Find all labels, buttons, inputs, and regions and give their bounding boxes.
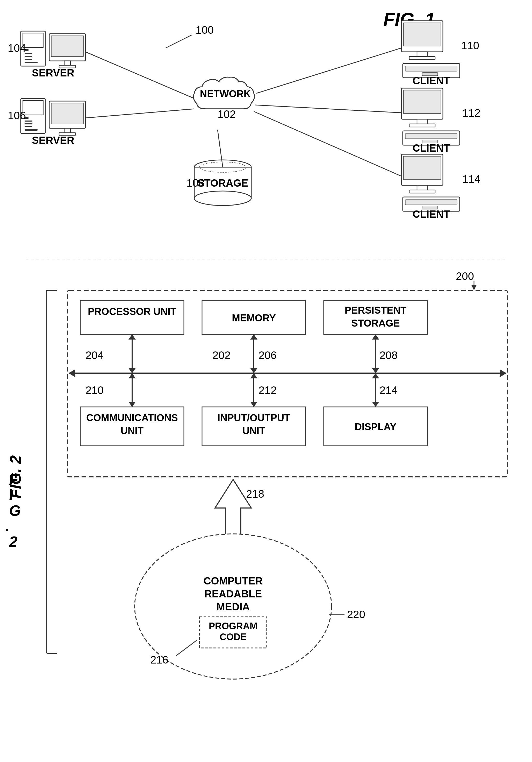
client1-group: CLIENT 110 [401, 21, 479, 86]
svg-text:CLIENT: CLIENT [413, 75, 450, 86]
svg-rect-45 [404, 90, 441, 114]
io-unit-label2: UNIT [242, 425, 265, 436]
media-label3: MEDIA [217, 601, 250, 612]
svg-line-67 [254, 112, 401, 176]
svg-text:I: I [9, 487, 14, 503]
ref-218: 218 [246, 488, 264, 500]
svg-rect-24 [51, 103, 83, 124]
svg-line-63 [86, 109, 194, 118]
ref-212: 212 [258, 384, 277, 396]
svg-text:2: 2 [9, 533, 17, 550]
server1-group: SERVER 104 [8, 31, 86, 79]
svg-text:106: 106 [8, 110, 26, 121]
svg-rect-21 [25, 126, 33, 127]
svg-text:.: . [5, 518, 9, 534]
svg-rect-20 [25, 123, 33, 124]
processor-unit-box [80, 301, 184, 334]
svg-text:NETWORK: NETWORK [200, 88, 251, 99]
svg-rect-22 [25, 129, 37, 131]
client3-group: CLIENT 114 [401, 154, 481, 220]
svg-rect-36 [404, 23, 441, 46]
ref-100: 100 [196, 24, 214, 36]
ref-214: 214 [379, 384, 398, 396]
svg-text:CLIENT: CLIENT [413, 208, 450, 220]
media-label1: COMPUTER [204, 575, 263, 586]
program-code-label2: CODE [220, 632, 246, 642]
ref-216: 216 [150, 654, 168, 666]
media-label2: READABLE [204, 588, 262, 599]
svg-text:SERVER: SERVER [32, 134, 74, 146]
svg-line-62 [86, 52, 194, 99]
memory-label: MEMORY [232, 313, 276, 324]
ref-202-top: 202 [212, 349, 231, 361]
svg-rect-56 [409, 190, 435, 193]
svg-rect-7 [25, 56, 33, 57]
svg-text:STORAGE: STORAGE [197, 177, 248, 189]
ref-210: 210 [86, 384, 103, 396]
program-code-label1: PROGRAM [209, 621, 257, 631]
page: FIG. 1 100 NETWORK 102 [0, 0, 532, 762]
svg-text:102: 102 [218, 108, 236, 120]
svg-rect-8 [25, 59, 33, 60]
svg-text:108: 108 [186, 177, 205, 189]
ref-208: 208 [379, 349, 398, 361]
svg-text:SERVER: SERVER [32, 67, 74, 79]
processor-unit-label: PROCESSOR UNIT [88, 306, 176, 317]
svg-rect-49 [405, 133, 457, 139]
display-label: DISPLAY [355, 421, 396, 432]
svg-text:112: 112 [462, 107, 481, 119]
server2-group: SERVER 106 [8, 99, 86, 146]
storage-group: STORAGE 108 [186, 160, 251, 205]
ref-206: 206 [258, 349, 277, 361]
svg-text:114: 114 [462, 173, 481, 185]
svg-rect-54 [404, 156, 441, 180]
ref-220: 220 [347, 608, 365, 621]
fig2-label-text: F [9, 471, 19, 488]
svg-point-31 [194, 191, 251, 205]
svg-text:G: G [9, 502, 21, 519]
ref-200: 200 [456, 270, 474, 282]
io-unit-label1: INPUT/OUTPUT [218, 412, 290, 423]
ref-204: 204 [86, 349, 103, 361]
svg-text:CLIENT: CLIENT [413, 142, 450, 154]
network-cloud: NETWORK 102 [193, 77, 255, 120]
svg-line-65 [256, 48, 401, 93]
svg-rect-11 [51, 36, 83, 56]
svg-rect-58 [405, 199, 457, 205]
svg-text:110: 110 [461, 39, 479, 51]
svg-marker-77 [471, 285, 477, 290]
client2-group: CLIENT 112 [401, 88, 481, 154]
persistent-storage-label1: PERSISTENT [345, 305, 407, 316]
svg-rect-38 [409, 56, 435, 60]
svg-rect-40 [405, 66, 457, 71]
communications-unit-label2: UNIT [121, 425, 144, 436]
svg-rect-9 [25, 62, 37, 63]
communications-unit-label1: COMMUNICATIONS [86, 412, 178, 423]
svg-text:104: 104 [8, 42, 26, 54]
svg-rect-47 [409, 124, 435, 127]
persistent-storage-label2: STORAGE [351, 318, 400, 329]
svg-line-66 [255, 105, 401, 113]
svg-line-0 [166, 35, 192, 48]
